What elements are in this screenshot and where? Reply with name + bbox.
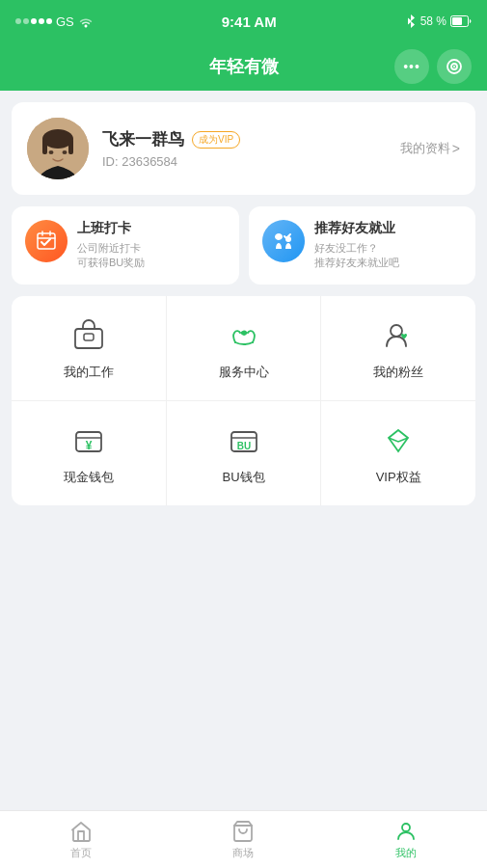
fans-icon [379,315,418,354]
dot4 [39,18,44,24]
grid-item-service[interactable]: 服务中心 [167,296,322,400]
grid-label-bu-wallet: BU钱包 [222,469,264,486]
grid-label-service: 服务中心 [219,364,269,381]
tab-mine-label: 我的 [395,846,417,860]
grid-label-vip: VIP权益 [376,469,421,486]
refer-title: 推荐好友就业 [314,220,399,237]
work-icon [69,315,108,354]
svg-rect-11 [68,139,73,154]
tab-home-label: 首页 [70,846,92,860]
more-button[interactable]: ••• [394,49,429,84]
market-icon [231,820,255,843]
svg-rect-14 [38,233,55,249]
svg-point-13 [63,150,68,154]
status-right: 58 % [405,14,472,29]
dot2 [23,18,29,24]
wifi-icon [78,14,94,28]
bu-wallet-icon: BU [225,420,263,459]
grid-label-work: 我的工作 [64,364,114,381]
app-header: 年轻有微 ••• [0,42,487,91]
header-actions: ••• [394,49,472,84]
battery-label: 58 % [420,14,446,28]
svg-point-18 [391,325,402,337]
svg-rect-17 [84,334,94,340]
bluetooth-icon [405,14,417,29]
scan-button[interactable] [437,49,472,84]
svg-text:BU: BU [236,441,250,451]
svg-point-15 [285,236,291,242]
grid-item-fans[interactable]: 我的粉丝 [321,296,475,400]
status-bar: GS 9:41 AM 58 % [0,0,487,42]
refer-desc: 好友没工作？推荐好友来就业吧 [314,241,399,271]
tab-home[interactable]: 首页 [0,811,162,868]
dot5 [46,18,52,24]
svg-point-12 [49,150,54,154]
profile-card: 飞来一群鸟 成为VIP ID: 23636584 我的资料 > [12,102,475,195]
battery-icon [450,15,472,27]
svg-rect-16 [75,329,102,348]
main-content: 飞来一群鸟 成为VIP ID: 23636584 我的资料 > 上班打卡 公司附… [0,91,487,810]
avatar-image [27,118,89,179]
checkin-desc: 公司附近打卡可获得BU奖励 [77,241,145,271]
grid-label-wallet: 现金钱包 [64,469,114,486]
status-left: GS [15,14,94,29]
chevron-right-icon: > [452,141,460,156]
signal-dots [15,18,52,24]
profile-action-button[interactable]: 我的资料 > [400,140,460,157]
checkin-text: 上班打卡 公司附近打卡可获得BU奖励 [77,220,145,271]
svg-text:¥: ¥ [85,439,92,452]
tab-market[interactable]: 商场 [162,811,324,868]
grid-row-1: 我的工作 服务中心 [12,296,475,401]
profile-info: 飞来一群鸟 成为VIP ID: 23636584 [102,128,400,169]
profile-action-label: 我的资料 [400,140,450,157]
grid-menu: 我的工作 服务中心 [12,296,475,505]
refer-banner[interactable]: 推荐好友就业 好友没工作？推荐好友来就业吧 [249,206,476,285]
service-icon [225,315,263,354]
refer-icon-wrap [262,220,305,262]
checkin-banner[interactable]: 上班打卡 公司附近打卡可获得BU奖励 [12,206,239,285]
vip-badge[interactable]: 成为VIP [192,131,240,149]
status-time: 9:41 AM [222,14,277,30]
grid-item-work[interactable]: 我的工作 [12,296,167,400]
banner-row: 上班打卡 公司附近打卡可获得BU奖励 推荐好友就业 好友没工作？推荐好友来就业吧 [12,206,475,285]
refer-text: 推荐好友就业 好友没工作？推荐好友来就业吧 [314,220,399,271]
dot1 [15,18,21,24]
tab-bar: 首页 商场 我的 [0,810,487,868]
svg-rect-1 [452,17,462,25]
tab-mine[interactable]: 我的 [325,811,487,868]
scan-icon [445,57,464,76]
more-icon: ••• [403,59,420,74]
grid-row-2: ¥ 现金钱包 BU BU钱包 [12,401,475,505]
grid-label-fans: 我的粉丝 [373,364,423,381]
wallet-icon: ¥ [69,420,108,459]
dot3 [31,18,37,24]
vip-icon [379,420,418,459]
profile-name: 飞来一群鸟 [102,128,184,150]
mine-icon [394,820,418,843]
grid-item-bu-wallet[interactable]: BU BU钱包 [167,401,322,505]
grid-item-vip[interactable]: VIP权益 [321,401,475,505]
svg-point-23 [402,824,410,831]
profile-name-row: 飞来一群鸟 成为VIP [102,128,400,150]
home-icon [69,820,93,843]
svg-rect-10 [42,139,47,154]
checkin-icon-wrap [25,220,68,262]
header-title: 年轻有微 [209,55,279,78]
avatar [27,118,89,179]
carrier-label: GS [56,14,74,29]
svg-point-4 [453,66,455,68]
checkin-title: 上班打卡 [77,220,145,237]
tab-market-label: 商场 [232,846,254,860]
profile-id: ID: 23636584 [102,154,400,169]
grid-item-wallet[interactable]: ¥ 现金钱包 [12,401,167,505]
